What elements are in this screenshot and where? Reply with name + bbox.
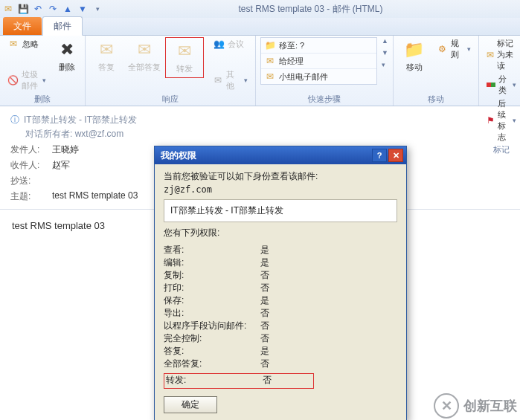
reply-all-icon: ✉ bbox=[134, 39, 155, 60]
perm-key: 打印: bbox=[164, 282, 260, 294]
permissions-dialog: 我的权限 ? ✕ 当前您被验证可以如下身份查看该邮件: zj@zf.com IT… bbox=[154, 146, 407, 420]
group-move-label: 移动 bbox=[398, 93, 474, 106]
watermark-text: 创新互联 bbox=[463, 397, 517, 415]
undo-icon[interactable]: ↶ bbox=[32, 3, 44, 15]
categorize-button[interactable]: 分类 ▾ bbox=[484, 73, 519, 97]
perm-key: 导出: bbox=[164, 307, 260, 320]
dialog-close-button[interactable]: ✕ bbox=[388, 149, 403, 162]
quickstep-moveto-label: 移至: ? bbox=[279, 40, 304, 51]
dialog-ok-button[interactable]: 确定 bbox=[164, 396, 217, 413]
dialog-help-button[interactable]: ? bbox=[372, 149, 387, 162]
qs-up-icon[interactable]: ▲ bbox=[382, 37, 388, 45]
move-icon: 📁 bbox=[404, 39, 425, 60]
dialog-title-bar[interactable]: 我的权限 ? ✕ bbox=[155, 146, 406, 164]
title-bar: ✉ 💾 ↶ ↷ ▲ ▼ ▾ test RMS template 03 - 邮件 … bbox=[0, 0, 520, 18]
perm-key: 以程序手段访问邮件: bbox=[164, 320, 260, 332]
teammail-icon: ✉ bbox=[264, 71, 276, 83]
ribbon: ✉ 忽略 🚫 垃圾邮件 ▾ ✖ 删除 删除 ✉ 答复 bbox=[0, 36, 520, 106]
categorize-label: 分类 bbox=[498, 74, 510, 96]
followup-button[interactable]: ⚑ 后续标志 ▾ bbox=[484, 97, 519, 143]
reply-all-button[interactable]: ✉ 全部答复 bbox=[128, 37, 161, 75]
quickstep-moveto[interactable]: 📁 移至: ? bbox=[261, 38, 376, 54]
reply-label: 答复 bbox=[98, 62, 115, 73]
quickstep-tomanager[interactable]: ✉ 给经理 bbox=[261, 54, 376, 69]
ribbon-tabs: 文件 邮件 bbox=[0, 18, 520, 36]
categorize-dropdown-icon: ▾ bbox=[513, 81, 516, 88]
next-item-icon[interactable]: ▼ bbox=[77, 3, 89, 15]
perm-row: 编辑:是 bbox=[164, 256, 397, 269]
cc-label: 抄送: bbox=[10, 175, 48, 187]
group-respond: ✉ 答复 ✉ 全部答复 ✉ 转发 👥 会议 ✉ bbox=[86, 36, 256, 106]
junk-icon: 🚫 bbox=[7, 74, 19, 86]
perm-row: 打印:否 bbox=[164, 282, 397, 294]
dialog-body: 当前您被验证可以如下身份查看该邮件: zj@zf.com IT部禁止转发 - I… bbox=[155, 164, 406, 420]
ignore-button[interactable]: ✉ 忽略 bbox=[4, 37, 49, 51]
perm-row: 保存:是 bbox=[164, 294, 397, 307]
ignore-label: 忽略 bbox=[22, 39, 39, 50]
perm-row: 全部答复:否 bbox=[164, 358, 397, 370]
rights-info-line-2: 对话所有者: wxt@zf.com bbox=[10, 128, 510, 142]
rules-dropdown-icon: ▾ bbox=[467, 45, 471, 53]
move-label: 移动 bbox=[406, 62, 423, 73]
group-respond-label: 响应 bbox=[90, 93, 251, 106]
forward-button[interactable]: ✉ 转发 bbox=[167, 39, 202, 77]
other-button[interactable]: ✉ 其他 ▾ bbox=[210, 68, 251, 92]
to-label: 收件人: bbox=[10, 159, 48, 172]
junk-button[interactable]: 🚫 垃圾邮件 ▾ bbox=[4, 68, 49, 92]
restriction-box: IT部禁止转发 - IT部禁止转发 bbox=[164, 199, 397, 222]
junk-dropdown-icon: ▾ bbox=[42, 77, 46, 84]
perm-key: 复制: bbox=[164, 269, 260, 282]
dialog-verify-text: 当前您被验证可以如下身份查看该邮件: bbox=[164, 170, 397, 183]
quickstep-list[interactable]: 📁 移至: ? ✉ 给经理 ✉ 小组电子邮件 bbox=[260, 37, 377, 85]
other-label: 其他 bbox=[226, 69, 241, 91]
delete-button[interactable]: ✖ 删除 bbox=[54, 37, 80, 75]
quickstep-teammail-label: 小组电子邮件 bbox=[279, 71, 328, 83]
to-value: 赵军 bbox=[52, 159, 70, 172]
perm-key: 全部答复: bbox=[164, 358, 260, 370]
junk-label: 垃圾邮件 bbox=[22, 69, 39, 91]
mark-unread-button[interactable]: ✉ 标记为未读 bbox=[484, 37, 519, 72]
perm-row: 以程序手段访问邮件:否 bbox=[164, 320, 397, 332]
group-tags-label: 标记 bbox=[484, 143, 519, 156]
tab-file[interactable]: 文件 bbox=[3, 17, 42, 35]
qs-down-icon[interactable]: ▼ bbox=[382, 49, 388, 56]
perm-forward-highlight: 转发:否 bbox=[164, 373, 314, 389]
qat-dropdown-icon[interactable]: ▾ bbox=[92, 3, 103, 15]
move-button[interactable]: 📁 移动 bbox=[398, 37, 430, 75]
forward-label: 转发 bbox=[176, 63, 193, 74]
dialog-title: 我的权限 bbox=[161, 149, 196, 162]
perm-val: 是 bbox=[260, 345, 290, 358]
tab-mail[interactable]: 邮件 bbox=[42, 16, 83, 36]
perms-header: 您有下列权限: bbox=[164, 227, 397, 239]
forward-highlight-box: ✉ 转发 bbox=[165, 37, 204, 78]
reply-button[interactable]: ✉ 答复 bbox=[90, 37, 123, 75]
group-quicksteps-label: 快速步骤 bbox=[260, 93, 388, 106]
folder-icon: 📁 bbox=[264, 39, 276, 51]
perm-val: 否 bbox=[260, 320, 290, 332]
rules-label: 规则 bbox=[451, 38, 464, 60]
from-value: 王晓婷 bbox=[52, 143, 79, 156]
dialog-identity: zj@zf.com bbox=[164, 184, 397, 195]
watermark: ✕ 创新互联 bbox=[434, 393, 517, 419]
qs-more-icon[interactable]: ▾ bbox=[382, 61, 388, 68]
prev-item-icon[interactable]: ▲ bbox=[62, 3, 74, 15]
rules-button[interactable]: ⚙ 规则 ▾ bbox=[434, 37, 474, 61]
save-icon[interactable]: 💾 bbox=[17, 3, 29, 15]
quickstep-scroll[interactable]: ▲ ▼ ▾ bbox=[382, 37, 388, 68]
rights-info-text-2: 对话所有者: wxt@zf.com bbox=[25, 128, 123, 140]
quickstep-teammail[interactable]: ✉ 小组电子邮件 bbox=[261, 69, 376, 84]
meeting-label: 会议 bbox=[228, 39, 244, 50]
perm-val: 否 bbox=[260, 282, 290, 294]
perm-row: 查看:是 bbox=[164, 244, 397, 256]
quickstep-tomanager-label: 给经理 bbox=[279, 56, 304, 67]
perm-row-forward: 转发:否 bbox=[166, 374, 312, 387]
meeting-icon: 👥 bbox=[213, 38, 225, 50]
perm-row: 复制:否 bbox=[164, 269, 397, 282]
redo-icon[interactable]: ↷ bbox=[47, 3, 59, 15]
perm-key: 答复: bbox=[164, 345, 260, 358]
perm-row: 导出:否 bbox=[164, 307, 397, 320]
ignore-icon: ✉ bbox=[7, 38, 19, 50]
meeting-button[interactable]: 👥 会议 bbox=[210, 37, 251, 51]
flag-icon: ⚑ bbox=[487, 114, 495, 126]
permissions-table: 查看:是 编辑:是 复制:否 打印:否 保存:是 导出:否 以程序手段访问邮件:… bbox=[164, 244, 397, 389]
